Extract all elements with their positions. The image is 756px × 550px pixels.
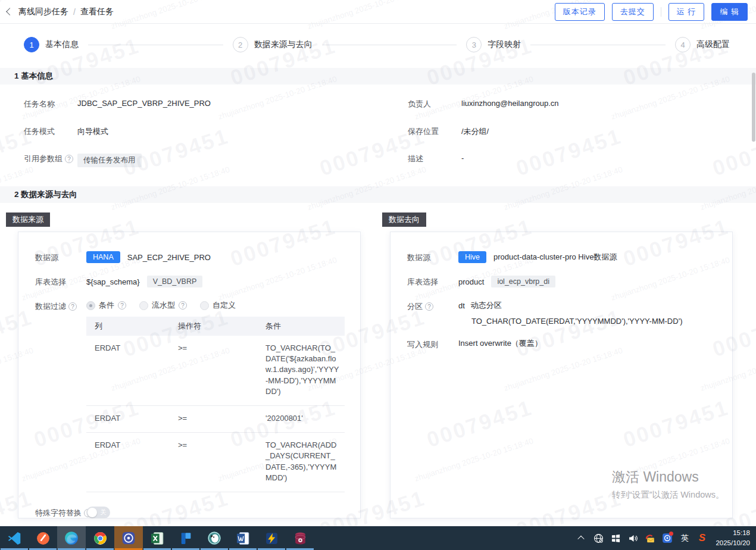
field-label: 数据源 [35,251,86,263]
taskbar-pen-app[interactable] [29,526,57,550]
taskbar-excel[interactable] [143,526,171,550]
taskbar-docs-app[interactable] [171,526,200,550]
special-char-toggle[interactable]: 关 [86,507,110,518]
field-description: 描述 - [378,145,756,173]
run-button[interactable]: 运 行 [668,3,705,21]
field-label: 任务模式 [24,126,77,137]
filter-table: 列 操作符 条件 ERDAT >= TO_VARCHAR(TO_DATE('${… [86,317,345,492]
edge-icon [64,530,79,546]
vertical-scrollbar-thumb[interactable] [752,73,755,142]
field-save-location: 保存位置 /未分组/ [378,118,756,145]
database-app-icon [293,531,308,546]
taskbar-word[interactable] [229,526,257,550]
basic-info-form: 任务名称 JDBC_SAP_ECP_VBRP_2HIVE_PRO 任务模式 向导… [0,85,756,178]
taskbar-edge[interactable] [57,526,86,550]
filter-row: ERDAT >= '20200801' [86,405,345,432]
help-icon[interactable] [425,302,433,311]
help-icon[interactable] [65,155,73,163]
taskbar-vscode[interactable] [0,526,29,550]
datasource-type-tag: HANA [86,251,120,263]
ime-indicator[interactable]: 英 [679,526,691,550]
radio-condition[interactable]: 条件 [86,300,126,311]
radio-custom[interactable]: 自定义 [200,300,236,311]
schema-value: ${sap_schema} [86,277,140,286]
write-rule-value: Insert overwrite（覆盖） [458,338,542,349]
taskbar-mail-app[interactable] [257,526,286,550]
edit-button[interactable]: 编 辑 [711,3,748,21]
version-history-button[interactable]: 版本记录 [555,3,605,21]
field-label: 分区 [407,301,423,312]
table-tag: iol_ecp_vbrp_di [491,276,555,288]
step-number: 4 [675,37,691,52]
filter-row: ERDAT >= TO_VARCHAR(ADD_DAYS(CURRENT_DAT… [86,433,345,492]
source-table-row: 库表选择 ${sap_schema} V_BD_VBRP [35,276,346,288]
partition-expression: TO_CHAR(TO_DATE(ERDAT,'YYYYMMDD'),'YYYY-… [471,317,682,326]
field-label: 数据过滤 [35,301,66,312]
windows-grid-icon[interactable] [610,526,621,550]
filter-operator: >= [170,405,257,432]
special-char-row: 特殊字符替换 关 [35,507,346,518]
mail-app-icon [264,531,279,546]
notify-app-icon[interactable] [661,526,673,550]
foxmail-tray-icon[interactable] [644,526,656,550]
write-rule-row: 写入规则 Insert overwrite（覆盖） [407,338,718,350]
breadcrumb-parent[interactable]: 离线同步任务 [18,7,68,17]
breadcrumb: 离线同步任务 / 查看任务 [7,7,114,17]
taskbar-database-app[interactable] [286,526,314,550]
back-icon[interactable] [6,8,14,15]
sogou-icon[interactable]: S [696,526,708,550]
step-label: 数据来源与去向 [254,39,313,50]
app-window: 离线同步任务 / 查看任务 版本记录 去提交 运 行 编 辑 1 基本信息 2 … [0,0,756,550]
taskbar-pet-app[interactable] [200,526,229,550]
datasource-type-tag: Hive [458,251,486,263]
step-field-mapping[interactable]: 3 字段映射 [466,37,521,52]
step-advanced-config[interactable]: 4 高级配置 [675,37,730,52]
table-tag: V_BD_VBRP [147,276,203,288]
taskbar-sync-app[interactable] [114,526,143,550]
sync-app-icon [121,530,136,546]
database-value: product [458,277,484,286]
step-basic-info[interactable]: 1 基本信息 [24,37,79,52]
help-icon[interactable] [118,301,126,310]
tray-expand-chevron[interactable] [575,526,587,550]
vscode-icon [7,531,22,546]
volume-icon[interactable] [627,526,639,550]
field-task-name: 任务名称 JDBC_SAP_ECP_VBRP_2HIVE_PRO [0,90,378,118]
go-submit-button[interactable]: 去提交 [612,3,654,21]
help-icon[interactable] [68,302,77,311]
step-connector [530,45,666,45]
top-bar: 离线同步任务 / 查看任务 版本记录 去提交 运 行 编 辑 [0,0,756,24]
clock[interactable]: 15:18 2025/10/20 [713,528,750,548]
param-group-tag: 传输任务发布用 [77,154,142,167]
clock-date: 2025/10/20 [716,538,750,548]
step-number: 3 [466,37,482,52]
field-label: 引用参数组 [24,154,63,164]
partition-row: 分区 dt 动态分区 TO_CHAR(TO_DATE(ERDAT,'YYYYMM… [407,300,718,326]
help-icon[interactable] [179,301,187,310]
filter-condition: TO_VARCHAR(ADD_DAYS(CURRENT_DATE,-365),'… [257,433,345,492]
chrome-icon [93,531,108,546]
docs-app-icon [179,531,193,546]
step-source-dest[interactable]: 2 数据来源与去向 [233,37,313,52]
step-number: 2 [233,37,248,52]
datasource-name: product-data-cluster-pro Hive数据源 [493,252,617,262]
partition-mode: 动态分区 [471,300,502,311]
owner-value: liuxinzhong@heilangroup.cn [461,99,559,108]
task-mode-value: 向导模式 [77,126,108,137]
network-globe-icon[interactable] [592,526,604,550]
toggle-label: 关 [101,508,107,517]
datasource-name: SAP_ECP_2HIVE_PRO [127,253,211,262]
field-label: 数据源 [407,251,458,263]
pet-app-icon [207,530,222,546]
filter-operator: >= [170,336,257,405]
filter-column: ERDAT [86,336,170,405]
field-label: 库表选择 [407,276,458,288]
save-location-value: /未分组/ [461,126,489,137]
partition-field: dt [458,301,465,310]
field-task-mode: 任务模式 向导模式 [0,118,378,145]
radio-dot [86,301,95,310]
taskbar-chrome[interactable] [86,526,114,550]
source-filter-row: 数据过滤 条件 流水型 自定义 [35,300,346,312]
step-label: 字段映射 [488,39,521,50]
radio-streaming[interactable]: 流水型 [139,300,187,311]
